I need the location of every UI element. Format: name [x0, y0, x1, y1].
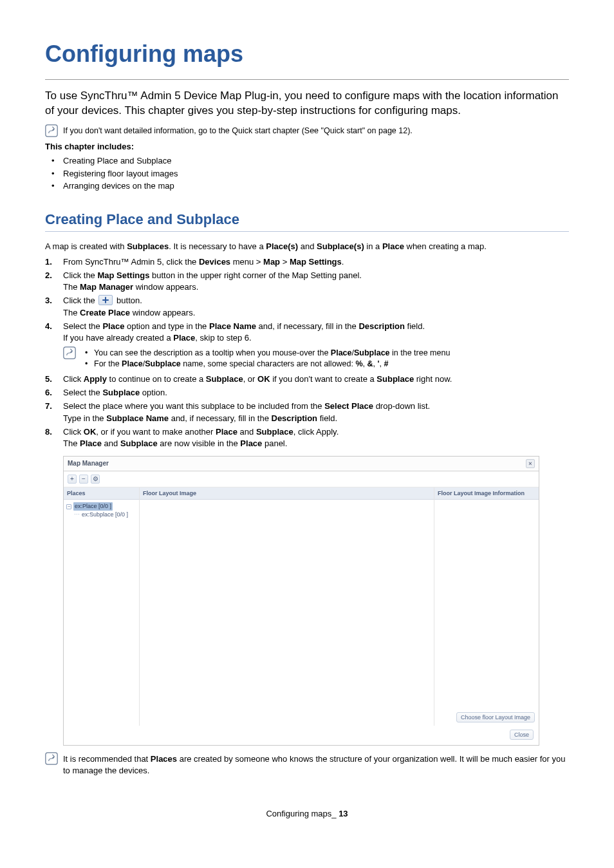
add-icon[interactable]: + [68, 475, 77, 484]
includes-item: Arranging devices on the map [48, 180, 569, 192]
step-4-note: You can see the description as a tooltip… [63, 346, 569, 371]
step-2: 2. Click the Map Settings button in the … [45, 270, 569, 293]
close-icon[interactable]: × [526, 459, 535, 468]
step-4-note-item: For the Place/Subplace name, some specia… [82, 359, 450, 370]
intro-paragraph: To use SyncThru™ Admin 5 Device Map Plug… [45, 89, 569, 118]
floor-layout-info-header: Floor Layout Image Information [434, 487, 539, 500]
step-5: 5. Click Apply to continue on to create … [45, 373, 569, 385]
step-6: 6. Select the Subplace option. [45, 387, 569, 399]
gear-icon[interactable]: ⚙ [91, 475, 100, 484]
page-title: Configuring maps [45, 39, 569, 70]
step-8: 8. Click OK, or if you want to make anot… [45, 426, 569, 449]
step-3: 3. Click the button. The Create Place wi… [45, 295, 569, 318]
includes-heading: This chapter includes: [45, 141, 569, 153]
step-1: 1. From SyncThru™ Admin 5, click the Dev… [45, 256, 569, 268]
note-icon [45, 124, 58, 137]
note-icon [63, 346, 76, 359]
remove-icon[interactable]: − [79, 475, 88, 484]
tree-collapse-icon[interactable]: − [66, 504, 71, 509]
note-icon [45, 752, 58, 765]
note-quickstart: If you don't want detailed information, … [45, 124, 569, 137]
map-manager-screenshot: Map Manager × + − ⚙ Places −ex:Place [0/… [63, 456, 569, 746]
step-4-note-item: You can see the description as a tooltip… [82, 348, 450, 359]
floor-layout-image-header: Floor Layout Image [140, 487, 434, 500]
step-7: 7. Select the place where you want this … [45, 401, 569, 424]
places-column-header: Places [64, 487, 139, 500]
add-icon-button [98, 295, 113, 305]
title-rule [45, 79, 569, 80]
section-rule [45, 231, 569, 232]
close-button[interactable]: Close [510, 730, 534, 740]
section-intro: A map is created with Subplaces. It is n… [45, 241, 569, 252]
step-4: 4. Select the Place option and type in t… [45, 321, 569, 371]
note-bottom-text: It is recommended that Places are create… [63, 752, 569, 776]
map-manager-toolbar: + − ⚙ [64, 471, 539, 487]
note-bottom: It is recommended that Places are create… [45, 752, 569, 776]
note-quickstart-text: If you don't want detailed information, … [63, 124, 569, 137]
page-footer: Configuring maps_ 13 [45, 808, 569, 820]
section-heading: Creating Place and Subplace [45, 210, 569, 229]
tree-place-item[interactable]: ex:Place [0/0 ] [73, 502, 113, 511]
tree-node-icon: ⋯ [74, 511, 80, 519]
includes-list: Creating Place and Subplace Registering … [45, 155, 569, 192]
choose-floor-layout-button[interactable]: Choose floor Layout Image [456, 712, 535, 722]
places-tree[interactable]: −ex:Place [0/0 ] ⋯ex:Subplace [0/0 ] [64, 500, 139, 521]
tree-subplace-item[interactable]: ex:Subplace [0/0 ] [82, 511, 128, 519]
steps-list: 1. From SyncThru™ Admin 5, click the Dev… [45, 256, 569, 449]
includes-item: Creating Place and Subplace [48, 155, 569, 167]
includes-item: Registering floor layout images [48, 168, 569, 180]
map-manager-title: Map Manager [68, 459, 109, 468]
